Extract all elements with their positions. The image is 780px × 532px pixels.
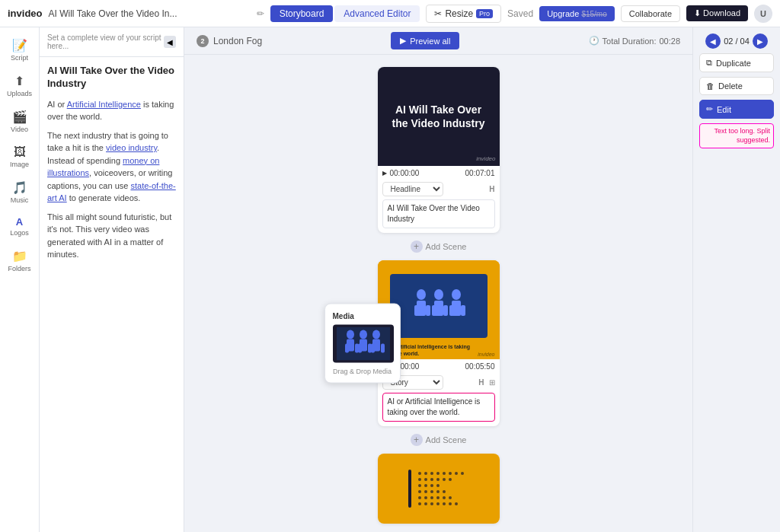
svg-point-36 — [418, 478, 421, 481]
add-circle-icon-2: + — [411, 434, 423, 446]
resize-button[interactable]: ✂ Resize Pro — [426, 5, 501, 23]
page-title: AI Will Take Over the Video In... — [49, 8, 251, 19]
edit-label: Edit — [717, 105, 731, 114]
svg-point-31 — [436, 472, 440, 475]
tab-storyboard[interactable]: Storyboard — [270, 5, 334, 22]
svg-point-1 — [347, 330, 354, 339]
scene-2-caption-text[interactable]: AI or Artificial Intelligence is taking … — [382, 393, 495, 422]
duplicate-button[interactable]: ⧉ Duplicate — [699, 53, 774, 72]
scene-nav-label: 02 / 04 — [724, 37, 750, 46]
upgrade-old-price: $15/mo — [581, 10, 606, 18]
scene-1-time: ▶ 00:00:00 — [382, 169, 420, 177]
svg-point-52 — [424, 496, 427, 499]
sidebar-item-script[interactable]: 📝 Script — [3, 33, 37, 66]
svg-point-60 — [436, 502, 440, 505]
add-scene-label-2: Add Scene — [426, 435, 467, 444]
svg-point-42 — [418, 484, 421, 487]
canvas-toolbar: 2 London Fog ▶ Preview all 🕐 Total Durat… — [184, 27, 692, 55]
scene-1-watermark: invideo — [476, 155, 495, 162]
svg-point-59 — [430, 502, 433, 505]
svg-point-33 — [449, 472, 452, 475]
drag-drop-thumbnail — [333, 325, 394, 363]
delete-button[interactable]: 🗑 Delete — [699, 77, 774, 95]
scene-1-caption[interactable]: AI Will Take Over the Video Industry — [382, 199, 495, 228]
svg-point-14 — [417, 289, 426, 300]
warning-text: Text too long. Split suggested. — [699, 123, 774, 148]
scene-3-thumbnail[interactable] — [378, 454, 500, 524]
tab-advanced-editor[interactable]: Advanced Editor — [334, 5, 420, 22]
add-scene-label-1: Add Scene — [426, 242, 467, 251]
add-scene-button-1[interactable]: + Add Scene — [411, 241, 467, 253]
collapse-panel-button[interactable]: ◀ — [164, 36, 176, 48]
add-scene-row-2: + Add Scene — [411, 426, 467, 454]
scene-1-type-select[interactable]: Headline Story — [382, 182, 443, 196]
script-link-4: state-of-the-art AI — [47, 181, 176, 203]
sidebar-item-uploads[interactable]: ⬆ Uploads — [3, 69, 37, 102]
svg-point-61 — [443, 502, 446, 505]
svg-point-56 — [449, 496, 452, 499]
svg-point-53 — [430, 496, 433, 499]
drag-drop-panel[interactable]: Media — [324, 304, 401, 384]
svg-point-29 — [424, 472, 427, 475]
scene-card-3 — [378, 454, 500, 524]
sidebar-item-logos[interactable]: A Logos — [3, 212, 37, 241]
scene-next-button[interactable]: ▶ — [753, 33, 768, 49]
edit-title-icon[interactable]: ✏ — [257, 8, 264, 19]
svg-rect-11 — [371, 344, 375, 353]
svg-point-63 — [455, 502, 458, 505]
script-panel-header: Set a complete view of your script here.… — [40, 27, 184, 57]
svg-point-28 — [418, 472, 421, 475]
svg-point-22 — [452, 289, 461, 300]
theme-selector[interactable]: 2 London Fog — [197, 35, 262, 47]
delete-icon: 🗑 — [706, 81, 714, 91]
sidebar-uploads-label: Uploads — [7, 90, 32, 97]
scene-2-time-end: 00:05:50 — [465, 362, 495, 371]
scene-2-watermark: invideo — [475, 351, 497, 358]
collaborate-button[interactable]: Collaborate — [621, 5, 680, 22]
svg-point-37 — [424, 478, 427, 481]
sidebar-image-label: Image — [10, 161, 29, 168]
duration-label: Total Duration: — [603, 37, 657, 46]
scene-1-play-icon: ▶ — [382, 170, 387, 177]
sidebar-item-video[interactable]: 🎬 Video — [3, 105, 37, 138]
resize-pro-badge: Pro — [476, 9, 493, 18]
add-scene-button-2[interactable]: + Add Scene — [411, 434, 467, 446]
duplicate-label: Duplicate — [716, 59, 751, 68]
download-button[interactable]: ⬇ Download — [686, 5, 748, 21]
canvas-area: 2 London Fog ▶ Preview all 🕐 Total Durat… — [184, 27, 692, 532]
sidebar-item-folders[interactable]: 📁 Folders — [3, 244, 37, 277]
download-icon: ⬇ — [694, 8, 703, 18]
scene-card-1: AI Will Take Over the Video Industry inv… — [378, 67, 500, 233]
svg-point-55 — [443, 496, 446, 499]
add-circle-icon-1: + — [411, 241, 423, 253]
scene-prev-button[interactable]: ◀ — [705, 33, 721, 49]
theme-label-text: London Fog — [213, 36, 262, 46]
scene-2-extra-icon[interactable]: ⊞ — [489, 378, 495, 387]
avatar[interactable]: U — [754, 5, 772, 23]
svg-rect-20 — [432, 305, 436, 316]
scene-2-wrapper: Media — [197, 260, 680, 426]
logos-icon: A — [16, 216, 23, 228]
upgrade-button[interactable]: Upgrade $15/mo — [539, 6, 615, 21]
scene-1-thumbnail[interactable]: AI Will Take Over the Video Industry inv… — [378, 67, 500, 166]
sidebar-item-image[interactable]: 🖼 Image — [3, 141, 37, 173]
preview-all-button[interactable]: ▶ Preview all — [391, 32, 459, 49]
canvas-scroll: AI Will Take Over the Video Industry inv… — [184, 55, 692, 532]
topbar: invideo AI Will Take Over the Video In..… — [0, 0, 780, 27]
scene-2-inner-panel — [390, 274, 488, 339]
svg-point-43 — [424, 484, 427, 487]
svg-point-51 — [418, 496, 421, 499]
edit-button[interactable]: ✏ Edit — [699, 100, 774, 119]
sidebar-item-music[interactable]: 🎵 Music — [3, 176, 37, 209]
svg-rect-17 — [426, 305, 430, 316]
scene-1-type-row: Headline Story H — [378, 180, 500, 199]
svg-point-58 — [424, 502, 427, 505]
script-link-1: Artificial Intelligence — [67, 100, 141, 109]
svg-rect-24 — [449, 305, 454, 316]
svg-point-47 — [424, 490, 427, 493]
svg-point-32 — [443, 472, 446, 475]
sidebar-music-label: Music — [11, 196, 29, 204]
scene-1-timebar: ▶ 00:00:00 00:07:01 — [378, 166, 500, 180]
svg-point-39 — [436, 478, 440, 481]
image-icon: 🖼 — [14, 145, 26, 159]
